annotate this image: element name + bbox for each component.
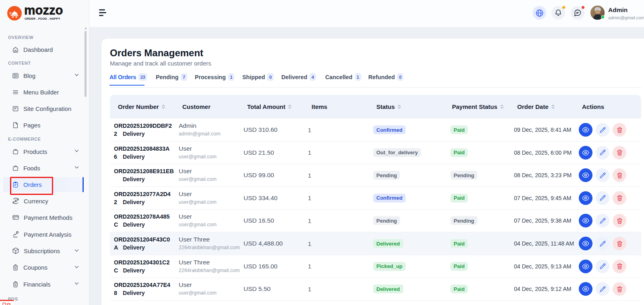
svg-text:$: $: [14, 199, 17, 203]
